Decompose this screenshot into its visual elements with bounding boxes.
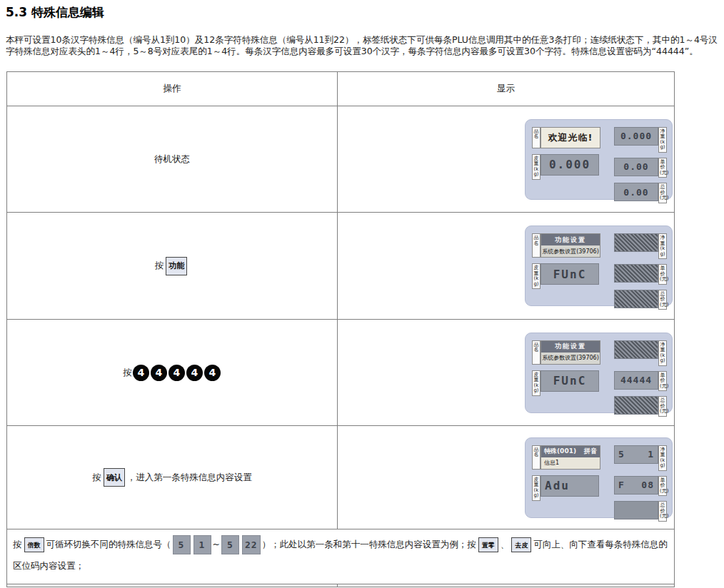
tare-display: FUnC	[541, 263, 599, 285]
separator-text: 、	[501, 539, 510, 549]
seg-digit: 5	[618, 449, 625, 460]
name-line1: 特殊(001) 拼音	[541, 446, 600, 457]
press-text: 按	[123, 367, 132, 379]
tare-key: 去皮	[511, 537, 531, 552]
name-line2: 系统参数设置(39706)	[541, 353, 600, 364]
footer-text: 可循环切换不同的特殊信息号（	[46, 539, 171, 549]
price-label: 单价(元)	[658, 476, 667, 497]
total-display	[614, 501, 658, 519]
total-label: 总价(元)	[658, 396, 667, 417]
tare-label: 皮重(kg)	[532, 475, 541, 501]
message-number-seg: 22	[242, 535, 261, 554]
price-display: 0.00	[614, 158, 658, 176]
name-line1: 功能设置	[541, 341, 600, 353]
seg-digit: 1	[648, 449, 654, 460]
total-label: 总价(元)	[658, 183, 667, 203]
table-row: 按 确认 ，进入第一条特殊信息内容设置 品名 特殊(001) 拼音	[7, 425, 674, 529]
net-display	[614, 340, 658, 359]
name-label: 品名	[532, 340, 541, 365]
tare-label: 皮重(kg)	[532, 370, 541, 396]
name-display: 特殊(001) 拼音 信息1	[541, 445, 600, 470]
price-display: 44444	[614, 371, 658, 390]
section-title: 5.3 特殊信息编辑	[6, 4, 104, 21]
net-display: 5 1	[614, 445, 658, 464]
header-display: 显示	[338, 72, 674, 106]
price-label: 单价(元)	[658, 371, 667, 392]
message-number-text: 特殊(001)	[544, 447, 576, 456]
input-method-text: 拼音	[584, 447, 597, 456]
net-label: 净重(kg)	[658, 445, 667, 471]
net-label: 净重(kg)	[658, 233, 667, 259]
table-row: 按 4 4 4 4 4 品名 功能设置 系统参数设置(39706)	[7, 319, 674, 425]
function-key: 功能	[166, 257, 187, 275]
scale-display-panel: 品名 欢迎光临! 皮重(kg) 0.000 0.000 净重(kg)	[525, 119, 673, 200]
operation-cell: 按 4 4 4 4 4	[7, 320, 338, 425]
zero-key: 置零	[478, 537, 498, 552]
price-display: F 08	[614, 476, 658, 495]
scale-display-panel: 品名 功能设置 系统参数设置(39706) 皮重(kg) FUnC	[525, 225, 673, 306]
digit-key-4: 4	[204, 365, 221, 381]
net-label: 净重(kg)	[658, 340, 667, 366]
name-display: 功能设置 系统参数设置(39706)	[541, 340, 600, 365]
digit-key-4: 4	[169, 365, 185, 381]
message-number-seg: 1	[193, 535, 211, 554]
tare-display: 0.000	[541, 154, 599, 176]
total-display	[614, 290, 658, 308]
name-display: 功能设置 系统参数设置(39706)	[541, 233, 600, 258]
tare-label: 皮重(kg)	[532, 154, 541, 180]
net-display: 0.000	[614, 127, 658, 146]
tare-display: Adu	[541, 475, 599, 497]
total-label: 总价(元)	[658, 501, 667, 522]
price-display	[614, 264, 658, 283]
digit-key-4: 4	[151, 365, 167, 381]
manual-page: 5.3 特殊信息编辑 本秤可设置10条汉字特殊信息（编号从1到10）及12条字符…	[0, 0, 724, 588]
header-operation: 操作	[7, 72, 338, 106]
total-display	[614, 396, 658, 415]
price-label: 单价(元)	[658, 158, 667, 178]
press-text: 按	[13, 539, 22, 549]
press-text: 按	[155, 260, 164, 272]
tare-label: 皮重(kg)	[532, 263, 541, 289]
footer-note: 按倍数可循环切换不同的特殊信息号（51~522）；此处以第一条和第十一特殊信息内…	[7, 529, 674, 584]
table-row: 按 功能 品名 功能设置 系统参数设置(39706) 皮重	[7, 212, 674, 319]
name-line1: 功能设置	[541, 234, 600, 245]
tilde-text: ~	[213, 539, 220, 549]
operations-table: 操作 显示 待机状态 品名 欢迎光临! 皮重(kg) 0.000	[6, 71, 675, 587]
scale-display-panel: 品名 功能设置 系统参数设置(39706) 皮重(kg) FUnC	[525, 333, 673, 413]
table-row: 待机状态 品名 欢迎光临! 皮重(kg) 0.000	[7, 106, 674, 212]
multiple-key: 倍数	[24, 537, 44, 552]
price-label: 单价(元)	[658, 264, 667, 285]
net-label: 净重(kg)	[658, 127, 667, 153]
confirm-key: 确认	[104, 468, 125, 487]
message-number-seg: 5	[173, 535, 191, 554]
tare-display: FUnC	[541, 370, 599, 392]
seg-digit: F	[618, 480, 625, 490]
message-number-seg: 5	[221, 535, 239, 554]
name-label: 品名	[532, 127, 541, 148]
digit-key-4: 4	[186, 365, 203, 381]
press-text: 按	[92, 472, 101, 484]
operation-cell: 按 确认 ，进入第一条特殊信息内容设置	[7, 426, 338, 529]
name-label: 品名	[532, 445, 541, 470]
name-line2: 系统参数设置(39706)	[541, 245, 600, 257]
intro-paragraph: 本秤可设置10条汉字特殊信息（编号从1到10）及12条字符特殊信息（编号从11到…	[6, 34, 721, 57]
table-header-row: 操作 显示	[7, 72, 674, 106]
seg-digit: 08	[641, 480, 654, 490]
name-display: 欢迎光临!	[541, 127, 600, 148]
digit-key-4: 4	[133, 365, 149, 381]
operation-cell: 待机状态	[7, 106, 338, 212]
net-display	[614, 233, 658, 252]
operation-suffix: ，进入第一条特殊信息内容设置	[127, 472, 252, 484]
scale-display-panel: 品名 特殊(001) 拼音 信息1 皮重(kg) Adu	[525, 437, 673, 518]
name-line2: 信息1	[541, 457, 600, 469]
total-label: 总价(元)	[658, 290, 667, 310]
table-footer-row: 按倍数可循环切换不同的特殊信息号（51~522）；此处以第一条和第十一特殊信息内…	[7, 529, 674, 584]
name-label: 品名	[532, 233, 541, 258]
total-display: 0.00	[614, 183, 658, 201]
table-row-partial	[7, 584, 674, 587]
footer-text: ）；此处以第一条和第十一特殊信息内容设置为例；按	[262, 539, 476, 549]
operation-cell: 按 功能	[7, 213, 338, 319]
